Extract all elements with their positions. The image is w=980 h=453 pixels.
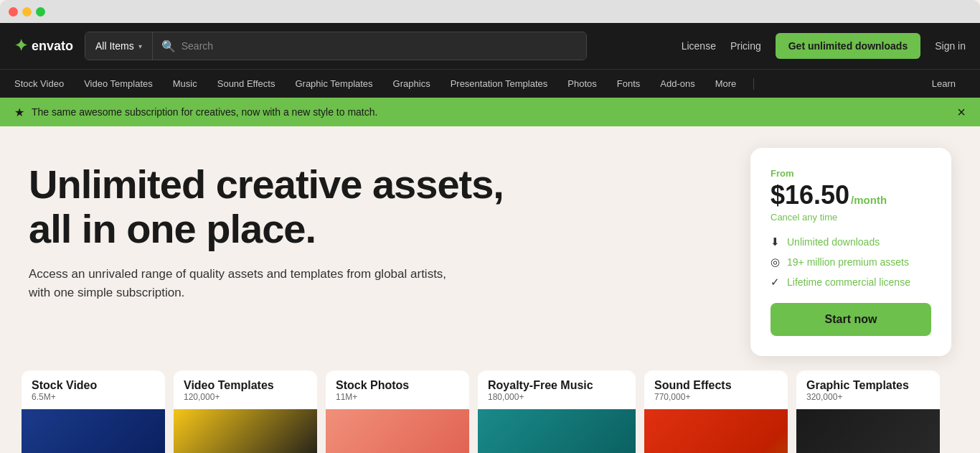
feature-premium-assets: ◎ 19+ million premium assets — [771, 256, 931, 268]
hero-text: Unlimited creative assets, all in one pl… — [29, 162, 531, 302]
card-count-video-templates: 120,000+ — [184, 392, 307, 402]
feature-text-1: Unlimited downloads — [787, 236, 880, 248]
nav-graphics[interactable]: Graphics — [383, 78, 440, 89]
search-input-wrap: 🔍 — [153, 32, 586, 60]
sign-in-link[interactable]: Sign in — [935, 40, 966, 52]
card-image-royalty-music — [478, 409, 636, 453]
all-items-dropdown[interactable]: All Items ▾ — [85, 32, 153, 60]
hero-title-line1: Unlimited creative assets, — [29, 162, 504, 207]
from-label: From — [771, 168, 931, 179]
logo[interactable]: ✦ envato — [14, 37, 73, 55]
card-image-video-templates — [174, 409, 317, 453]
get-unlimited-button[interactable]: Get unlimited downloads — [776, 33, 920, 59]
nav-stock-video[interactable]: Stock Video — [14, 78, 74, 89]
download-icon: ⬇ — [771, 235, 780, 248]
card-title-sound-effects: Sound Effects — [654, 379, 778, 392]
logo-icon: ✦ — [14, 37, 27, 55]
price-period: /month — [851, 194, 887, 206]
window-minimize-dot[interactable] — [22, 7, 32, 17]
nav-photos[interactable]: Photos — [557, 78, 606, 89]
card-count-stock-video: 6.5M+ — [32, 392, 155, 402]
nav-more[interactable]: More — [705, 78, 747, 89]
search-icon: 🔍 — [161, 39, 176, 53]
feature-commercial-license: ✓ Lifetime commercial license — [771, 276, 931, 289]
nav-presentation-templates[interactable]: Presentation Templates — [440, 78, 558, 89]
chevron-down-icon: ▾ — [138, 42, 142, 50]
search-input[interactable] — [182, 40, 578, 52]
card-royalty-music[interactable]: Royalty-Free Music 180,000+ — [478, 370, 636, 453]
nav-addons[interactable]: Add-ons — [650, 78, 705, 89]
feature-text-2: 19+ million premium assets — [787, 256, 909, 268]
nav-sound-effects[interactable]: Sound Effects — [207, 78, 286, 89]
secondary-navbar: Stock Video Video Templates Music Sound … — [0, 69, 980, 98]
card-title-graphic-templates: Graphic Templates — [806, 379, 930, 392]
card-count-graphic-templates: 320,000+ — [806, 392, 930, 402]
license-icon: ✓ — [771, 276, 780, 289]
banner-close-button[interactable]: × — [957, 104, 966, 121]
price-row: $16.50 /month — [771, 180, 931, 210]
pricing-link[interactable]: Pricing — [730, 40, 761, 52]
nav-divider — [753, 78, 754, 90]
card-video-templates[interactable]: Video Templates 120,000+ — [174, 370, 317, 453]
start-now-button[interactable]: Start now — [771, 303, 931, 336]
card-image-graphic-templates — [796, 409, 940, 453]
hero-subtitle: Access an unrivaled range of quality ass… — [29, 265, 531, 302]
features-list: ⬇ Unlimited downloads ◎ 19+ million prem… — [771, 235, 931, 289]
license-link[interactable]: License — [682, 40, 716, 52]
feature-unlimited-downloads: ⬇ Unlimited downloads — [771, 235, 931, 248]
nav-video-templates[interactable]: Video Templates — [74, 78, 163, 89]
logo-text: envato — [32, 39, 73, 54]
main-navbar: ✦ envato All Items ▾ 🔍 License Pricing G… — [0, 23, 980, 69]
nav-graphic-templates[interactable]: Graphic Templates — [285, 78, 382, 89]
hero-section: Unlimited creative assets, all in one pl… — [0, 126, 980, 356]
learn-link[interactable]: Learn — [922, 78, 966, 89]
card-title-royalty-music: Royalty-Free Music — [488, 379, 626, 392]
banner-text: The same awesome subscription for creati… — [32, 106, 957, 118]
card-count-royalty-music: 180,000+ — [488, 392, 626, 402]
window-chrome — [0, 0, 980, 23]
card-image-stock-photos — [326, 409, 469, 453]
card-count-stock-photos: 11M+ — [336, 392, 459, 402]
search-container: All Items ▾ 🔍 — [85, 32, 587, 60]
card-stock-photos[interactable]: Stock Photos 11M+ — [326, 370, 469, 453]
assets-icon: ◎ — [771, 256, 780, 268]
card-sound-effects[interactable]: Sound Effects 770,000+ — [644, 370, 788, 453]
promo-banner: ★ The same awesome subscription for crea… — [0, 98, 980, 126]
category-cards-section: Stock Video 6.5M+ Video Templates 120,00… — [0, 356, 980, 453]
cancel-text: Cancel any time — [771, 212, 931, 223]
card-stock-video[interactable]: Stock Video 6.5M+ — [22, 370, 165, 453]
nav-right: License Pricing Get unlimited downloads … — [682, 33, 966, 59]
price-amount: $16.50 — [771, 180, 849, 210]
card-graphic-templates[interactable]: Graphic Templates 320,000+ — [796, 370, 940, 453]
card-count-sound-effects: 770,000+ — [654, 392, 778, 402]
card-image-sound-effects — [644, 409, 788, 453]
feature-text-3: Lifetime commercial license — [787, 276, 910, 288]
card-title-stock-video: Stock Video — [32, 379, 155, 392]
banner-star-icon: ★ — [14, 106, 24, 119]
card-title-video-templates: Video Templates — [184, 379, 307, 392]
card-title-stock-photos: Stock Photos — [336, 379, 459, 392]
all-items-label: All Items — [95, 40, 134, 52]
hero-title-line2: all in one place. — [29, 206, 316, 251]
window-maximize-dot[interactable] — [36, 7, 45, 17]
hero-title: Unlimited creative assets, all in one pl… — [29, 162, 531, 251]
pricing-card: From $16.50 /month Cancel any time ⬇ Unl… — [750, 148, 951, 356]
nav-music[interactable]: Music — [163, 78, 207, 89]
nav-fonts[interactable]: Fonts — [607, 78, 651, 89]
window-close-dot[interactable] — [9, 7, 18, 17]
card-image-stock-video — [22, 409, 165, 453]
